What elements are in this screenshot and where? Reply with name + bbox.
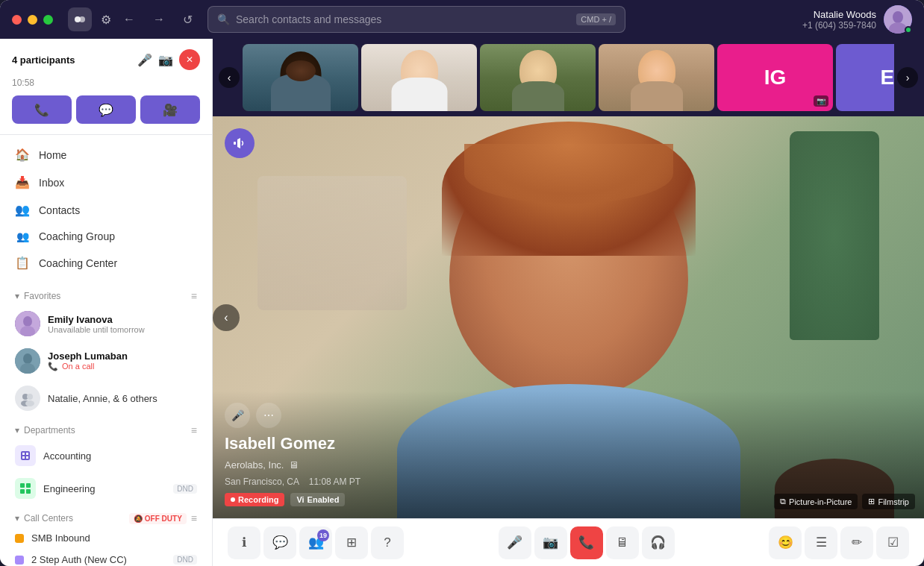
- call-centers-section-header: ▾ Call Centers 🔕 OFF DUTY ≡: [0, 505, 212, 527]
- list-item[interactable]: SMB Inbound: [0, 527, 212, 549]
- forward-button[interactable]: →: [147, 10, 171, 29]
- nav-section: 🏠 Home 📥 Inbox 👥 Contacts 👥 Coaching Gro…: [0, 135, 212, 283]
- call-centers-title[interactable]: ▾ Call Centers: [15, 513, 73, 523]
- filmstrip-next-button[interactable]: ›: [897, 67, 918, 88]
- menu-button[interactable]: ☰: [805, 526, 837, 559]
- list-item[interactable]: Engineering DND: [0, 472, 212, 505]
- svg-rect-24: [234, 142, 236, 145]
- participant-thumbnail[interactable]: [599, 44, 714, 111]
- svg-rect-22: [20, 489, 25, 494]
- list-item[interactable]: Accounting: [0, 439, 212, 472]
- svg-rect-23: [26, 489, 31, 494]
- dept-name: Accounting: [43, 450, 197, 462]
- mic-icon[interactable]: 🎤: [137, 53, 152, 67]
- list-item[interactable]: Emily Ivanova Unavailable until tomorrow: [0, 305, 212, 342]
- caller-company: Aerolabs, Inc. 🖥: [225, 459, 912, 471]
- phone-action-button[interactable]: 📞: [12, 95, 72, 124]
- contact-info: Emily Ivanova Unavailable until tomorrow: [48, 314, 197, 334]
- svg-rect-16: [22, 453, 25, 455]
- avatar-wrap[interactable]: [884, 5, 912, 34]
- toolbar-right-group: 😊 ☰ ✏ ☑: [769, 526, 909, 559]
- chevron-down-icon: ▾: [15, 513, 19, 523]
- refresh-button[interactable]: ↺: [177, 10, 199, 30]
- svg-rect-15: [21, 451, 30, 460]
- end-call-button[interactable]: 📞: [570, 526, 603, 559]
- message-action-button[interactable]: 💬: [76, 95, 136, 124]
- camera-button[interactable]: 📷: [534, 526, 567, 559]
- avatar: [15, 348, 40, 374]
- participant-thumbnail[interactable]: [361, 44, 477, 111]
- sidebar-item-label: Inbox: [39, 177, 64, 189]
- contact-status: Unavailable until tomorrow: [48, 325, 197, 334]
- pip-filmstrip-controls: ⧉ Picture-in-Picture ⊞ Filmstrip: [774, 494, 915, 509]
- headphones-button[interactable]: 🎧: [642, 526, 675, 559]
- video-action-button[interactable]: 🎥: [140, 95, 200, 124]
- emoji-button[interactable]: 😊: [769, 526, 802, 559]
- back-button[interactable]: ←: [117, 10, 141, 29]
- help-button[interactable]: ?: [371, 526, 404, 559]
- microphone-button[interactable]: 🎤: [499, 526, 531, 559]
- sidebar-item-label: Contacts: [39, 204, 80, 216]
- cc-name: SMB Inbound: [31, 532, 197, 544]
- minimize-button[interactable]: [28, 15, 37, 25]
- maximize-button[interactable]: [43, 15, 53, 25]
- desktop-icon: 🖥: [289, 459, 299, 471]
- info-button[interactable]: ℹ: [228, 526, 260, 559]
- chat-button[interactable]: 💬: [263, 526, 296, 559]
- departments-section-header: ▾ Departments ≡: [0, 417, 212, 439]
- favorites-title[interactable]: ▾ Favorites: [15, 291, 60, 301]
- dept-icon: [15, 478, 36, 499]
- list-item[interactable]: Joseph Lumaban 📞 On a call: [0, 342, 212, 380]
- dept-icon: [15, 445, 36, 466]
- close-button[interactable]: [12, 15, 22, 25]
- svg-rect-20: [20, 483, 25, 488]
- dept-name: Engineering: [43, 483, 166, 494]
- search-input[interactable]: [236, 13, 570, 25]
- sidebar-item-inbox[interactable]: 📥 Inbox: [0, 169, 212, 196]
- checklist-button[interactable]: ☑: [876, 526, 909, 559]
- settings-icon[interactable]: ⚙: [101, 13, 111, 27]
- speaker-indicator: [225, 128, 255, 158]
- call-centers-menu-icon[interactable]: ≡: [191, 512, 197, 524]
- sidebar-item-home[interactable]: 🏠 Home: [0, 141, 212, 169]
- right-panel: ‹: [213, 39, 924, 566]
- add-to-call-button[interactable]: ⊞: [335, 526, 368, 559]
- sidebar-item-contacts[interactable]: 👥 Contacts: [0, 196, 212, 224]
- video-prev-button[interactable]: ‹: [213, 304, 240, 331]
- list-item[interactable]: Natalie, Annie, & 6 others: [0, 380, 212, 417]
- call-actions: 📞 💬 🎥: [12, 95, 200, 124]
- filmstrip-icon: ⊞: [868, 497, 875, 506]
- participant-thumbnail[interactable]: EF 📷: [836, 44, 894, 111]
- edit-button[interactable]: ✏: [840, 526, 873, 559]
- participants-button[interactable]: 👥 19: [299, 526, 332, 559]
- app-window: ⚙ ← → ↺ 🔍 CMD + / Natalie Woods +1 (604)…: [0, 0, 924, 566]
- participant-thumbnail[interactable]: [480, 44, 596, 111]
- video-more-button[interactable]: ⋯: [256, 403, 281, 428]
- navigation-controls: ⚙ ← → ↺: [101, 10, 199, 30]
- participant-thumbnail[interactable]: IG 📷: [717, 44, 833, 111]
- participants-count-badge: 19: [317, 529, 329, 541]
- video-mic-button[interactable]: 🎤: [225, 403, 250, 428]
- participant-thumbnail[interactable]: [243, 44, 358, 111]
- departments-menu-icon[interactable]: ≡: [191, 424, 197, 436]
- filmstrip: ‹: [213, 39, 924, 116]
- search-bar[interactable]: 🔍 CMD + /: [207, 6, 625, 33]
- svg-rect-18: [22, 456, 25, 459]
- toolbar: ℹ 💬 👥 19 ⊞ ? 🎤 📷 📞 🖥 🎧: [213, 518, 924, 566]
- departments-title[interactable]: ▾ Departments: [15, 425, 75, 435]
- sidebar-item-coaching-center[interactable]: 📋 Coaching Center: [0, 249, 212, 277]
- screen-share-button[interactable]: 🖥: [606, 526, 639, 559]
- sidebar-item-coaching-group[interactable]: 👥 Coaching Group: [0, 224, 212, 249]
- list-item[interactable]: 2 Step Auth (New CC) DND: [0, 549, 212, 566]
- camera-off-icon: 📷: [814, 95, 828, 107]
- picture-in-picture-button[interactable]: ⧉ Picture-in-Picture: [774, 494, 858, 509]
- off-duty-badge: 🔕 OFF DUTY: [129, 513, 187, 524]
- toolbar-left-group: ℹ 💬 👥 19 ⊞ ?: [228, 526, 404, 559]
- camera-icon[interactable]: 📷: [158, 53, 173, 67]
- call-end-button[interactable]: ✕: [179, 49, 200, 70]
- filmstrip-prev-button[interactable]: ‹: [219, 67, 240, 88]
- sidebar-item-label: Coaching Group: [39, 230, 115, 242]
- filmstrip-toggle-button[interactable]: ⊞ Filmstrip: [862, 494, 915, 509]
- dnd-badge: DND: [173, 555, 197, 565]
- favorites-menu-icon[interactable]: ≡: [191, 290, 197, 302]
